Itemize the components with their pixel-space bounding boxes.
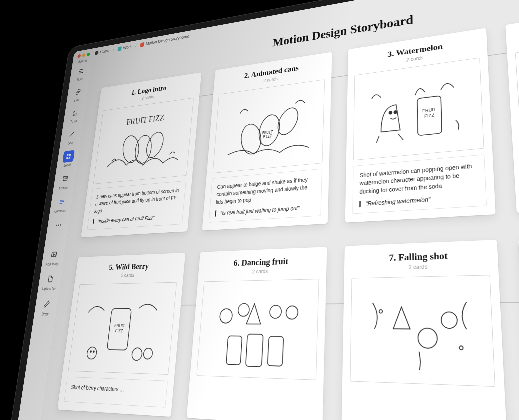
svg-point-22 xyxy=(274,105,302,137)
board-title: 6. Dancing fruit xyxy=(205,255,320,269)
column-icon xyxy=(59,172,71,185)
sketch-image[interactable] xyxy=(350,275,495,387)
svg-line-2 xyxy=(79,72,82,73)
sketch-image[interactable]: FRUIT FIZZ xyxy=(353,58,484,161)
svg-point-21 xyxy=(256,114,283,147)
svg-rect-7 xyxy=(69,154,71,156)
window-controls xyxy=(77,52,90,58)
tool-label: Upload file xyxy=(42,287,56,291)
svg-text:FRUIT: FRUIT xyxy=(422,107,436,113)
line-icon xyxy=(65,128,78,141)
svg-point-49 xyxy=(441,312,458,328)
tool-label: Column xyxy=(59,186,69,190)
svg-point-17 xyxy=(122,133,140,165)
minimize-button[interactable] xyxy=(82,53,86,57)
board-card-count: 2 cards xyxy=(219,69,325,89)
svg-rect-9 xyxy=(68,157,70,159)
sketch-image[interactable] xyxy=(196,279,319,380)
tool-board[interactable]: Board xyxy=(59,150,77,168)
tool-label: Add image xyxy=(46,262,60,266)
svg-rect-15 xyxy=(51,252,57,257)
tool-upload-file[interactable]: Upload file xyxy=(40,272,60,291)
svg-line-4 xyxy=(73,115,77,116)
svg-text:FIZZ: FIZZ xyxy=(424,112,435,118)
svg-point-43 xyxy=(270,305,282,318)
svg-point-50 xyxy=(379,310,383,313)
board-icon xyxy=(62,150,74,163)
tool-label: Board xyxy=(63,163,71,167)
tool-label: Comment xyxy=(54,209,66,213)
sketch-image[interactable]: FRUIT FIZZ xyxy=(93,98,193,184)
file-icon xyxy=(44,272,57,286)
description-text: Shot of berry characters … xyxy=(71,383,161,395)
tool-label: Line xyxy=(68,141,73,145)
board-card[interactable]: 2. Animated cans 2 cards xyxy=(202,52,332,231)
board-card[interactable]: 1. Logo intro 2 cards FRUIT FIZZ xyxy=(81,72,202,237)
tool-more[interactable] xyxy=(49,218,67,232)
pencil-icon xyxy=(40,297,53,311)
quote-text: "Refreshing watermelon" xyxy=(359,193,478,207)
tool-column[interactable]: Column xyxy=(55,172,74,190)
board-card[interactable]: 4. 2 cards xyxy=(505,0,519,213)
board-title: 7. Falling shot xyxy=(352,248,489,265)
svg-line-1 xyxy=(79,71,83,72)
sketch-image[interactable]: FRUIT FIZZ xyxy=(212,79,325,173)
tool-add-image[interactable]: Add image xyxy=(44,248,63,266)
svg-rect-33 xyxy=(107,309,131,350)
board-title: 4. xyxy=(514,8,519,41)
sketch-image[interactable]: FRUIT FIZZ xyxy=(68,282,177,375)
svg-point-39 xyxy=(90,351,92,352)
tool-comment[interactable]: Comment xyxy=(52,195,71,213)
svg-text:FIZZ: FIZZ xyxy=(263,134,272,139)
tool-link[interactable]: Link xyxy=(69,85,87,103)
board-card[interactable]: 6. Dancing fruit 2 cards xyxy=(186,247,327,420)
folder-color-icon xyxy=(117,46,122,51)
canvas[interactable]: Motion Design Storyboard 1. Logo intro 2… xyxy=(40,0,519,420)
tool-todo[interactable]: To-do xyxy=(65,106,84,124)
board-card[interactable]: 7. Falling shot 2 cards xyxy=(342,240,507,420)
sketch-image[interactable] xyxy=(515,31,519,145)
link-icon xyxy=(72,86,84,98)
svg-line-3 xyxy=(73,114,77,114)
svg-rect-11 xyxy=(63,179,67,181)
svg-point-26 xyxy=(394,110,397,114)
svg-point-42 xyxy=(238,303,250,316)
svg-point-41 xyxy=(219,309,233,323)
description-card[interactable]: 3 new cans appear from bottom of screen … xyxy=(87,181,186,230)
tool-note[interactable]: Note xyxy=(72,64,90,82)
description-card[interactable]: Can appear to bulge and shake as if they… xyxy=(209,169,322,223)
close-button[interactable] xyxy=(77,54,81,58)
svg-rect-10 xyxy=(63,176,68,178)
svg-rect-45 xyxy=(226,336,242,365)
board-card-count: 2 cards xyxy=(355,46,480,70)
board-card-count: 2 cards xyxy=(352,261,490,272)
svg-point-19 xyxy=(143,131,167,159)
description-card[interactable]: Shot of berry characters … xyxy=(64,377,168,408)
maximize-button[interactable] xyxy=(87,52,90,56)
board-title: 2. Animated cans xyxy=(220,59,326,84)
tool-label: To-do xyxy=(70,119,77,124)
svg-point-18 xyxy=(134,134,153,164)
quote-text: "Is real fruit just waiting to jump out" xyxy=(215,204,315,216)
connector-line xyxy=(75,300,519,306)
description-text: 3 new cans appear from bottom of screen … xyxy=(94,186,180,214)
description-card[interactable]: Shot of watermelon can popping open with… xyxy=(353,154,487,214)
sidebar: Note Link To-do xyxy=(17,60,93,420)
app-logo-icon xyxy=(94,50,99,55)
breadcrumb-label: Home xyxy=(100,48,110,54)
svg-rect-6 xyxy=(66,154,68,156)
quote-text: "Inside every can of Fruit Fizz" xyxy=(93,213,178,224)
comment-icon xyxy=(55,195,68,208)
board-card[interactable]: 5. Wild Berry 2 cards FRUIT FIZZ xyxy=(57,253,185,417)
tool-line[interactable]: Line xyxy=(62,128,80,146)
svg-rect-27 xyxy=(417,96,442,136)
description-text: Shot of watermelon can popping open with… xyxy=(360,161,478,196)
svg-rect-8 xyxy=(66,157,68,159)
folder-color-icon xyxy=(140,42,144,47)
board-card[interactable]: 3. Watermelon 2 cards xyxy=(345,28,495,223)
svg-point-38 xyxy=(143,348,153,359)
boards-row: 5. Wild Berry 2 cards FRUIT FIZZ xyxy=(57,231,519,420)
svg-point-36 xyxy=(86,347,97,359)
tool-draw[interactable]: Draw xyxy=(36,297,56,316)
tool-label: Note xyxy=(77,77,83,82)
